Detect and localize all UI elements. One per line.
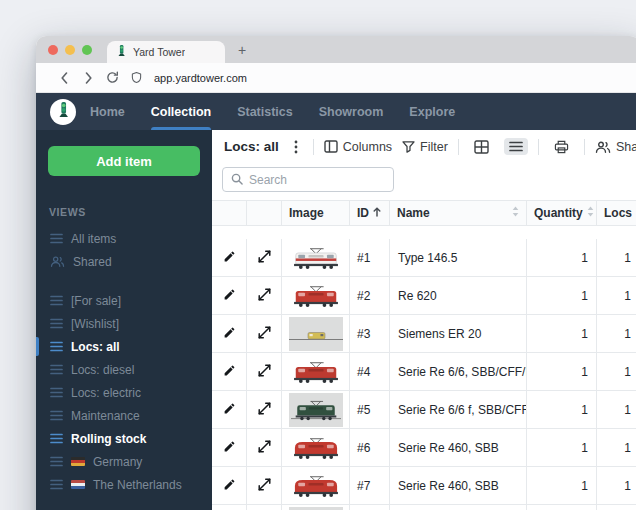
window-controls [48,45,92,55]
forward-button[interactable] [76,72,100,84]
sidebar-item-the-netherlands[interactable]: The Netherlands [36,473,212,496]
back-button[interactable] [52,72,76,84]
item-name: Serie Re 4/4II, SBB [390,505,527,510]
maximize-window-button[interactable] [82,45,92,55]
shield-icon[interactable] [124,71,148,84]
column-header-name[interactable]: Name [390,201,527,226]
expand-icon [258,402,271,418]
list-icon [50,318,63,329]
item-name: Serie Re 460, SBB [390,467,527,505]
pencil-icon [223,478,236,494]
edit-button[interactable] [212,239,247,277]
item-locs: 1 [597,467,636,505]
locomotive-thumbnail [289,279,343,313]
item-id: #1 [350,239,390,277]
browser-tab-bar: Yard Tower + [36,36,636,63]
share-button[interactable]: Share [595,140,636,154]
list-icon [50,341,63,352]
sidebar-item-maintenance[interactable]: Maintenance [36,404,212,427]
sidebar-item-locs-diesel[interactable]: Locs: diesel [36,358,212,381]
sidebar-item-locs-electric[interactable]: Locs: electric [36,381,212,404]
edit-button[interactable] [212,429,247,467]
list-icon [50,233,63,244]
item-image-cell [282,467,350,505]
edit-button[interactable] [212,505,247,510]
app-logo[interactable] [50,99,76,125]
item-id: #3 [350,315,390,353]
expand-icon [258,288,271,304]
url-text[interactable]: app.yardtower.com [154,72,247,84]
expand-button[interactable] [247,315,282,353]
nav-item-explore[interactable]: Explore [409,93,455,130]
sidebar-item-label: [Wishlist] [71,317,119,331]
sortable-icon [512,206,519,220]
edit-button[interactable] [212,353,247,391]
expand-button[interactable] [247,505,282,510]
sidebar-item-label: The Netherlands [93,478,182,492]
column-header-image[interactable]: Image [282,201,350,226]
filter-button[interactable]: Filter [402,140,448,154]
nav-item-collection[interactable]: Collection [151,93,211,130]
item-name: Serie Re 460, SBB [390,429,527,467]
column-header-edit [212,201,247,226]
add-item-button[interactable]: Add item [48,146,200,176]
item-id: #6 [350,429,390,467]
minimize-window-button[interactable] [65,45,75,55]
new-tab-button[interactable]: + [238,43,246,57]
nav-item-home[interactable]: Home [90,93,125,130]
sidebar-item-label: Germany [93,455,142,469]
item-image-cell [282,505,350,510]
views-section-label: VIEWS [49,206,212,218]
main-content: Locs: all Columns Filter [212,130,636,510]
item-quantity: 1 [527,315,597,353]
columns-button[interactable]: Columns [324,140,392,154]
item-name: Serie Re 6/6, SBB/CFF/FFS [390,353,527,391]
print-button[interactable] [549,137,574,157]
browser-tab[interactable]: Yard Tower [107,41,225,63]
expand-button[interactable] [247,467,282,505]
list-view-button[interactable] [504,138,528,155]
sidebar-item-label: Locs: all [71,340,120,354]
sidebar-item-wishlist[interactable]: [Wishlist] [36,312,212,335]
pencil-icon [223,250,236,266]
nav-item-showroom[interactable]: Showroom [319,93,384,130]
nav-item-statistics[interactable]: Statistics [237,93,293,130]
search-input[interactable] [249,173,385,187]
expand-button[interactable] [247,429,282,467]
expand-icon [258,478,271,494]
pencil-icon [223,326,236,342]
view-options-menu-button[interactable] [289,137,303,157]
close-window-button[interactable] [48,45,58,55]
sidebar-item-for-sale[interactable]: [For sale] [36,289,212,312]
sidebar: Add item VIEWS All itemsShared[For sale]… [36,130,212,510]
locomotive-thumbnail [289,241,343,275]
expand-button[interactable] [247,391,282,429]
sidebar-item-germany[interactable]: Germany [36,450,212,473]
grid-view-button[interactable] [469,137,494,157]
header-label: ID [357,206,369,220]
columns-label: Columns [343,140,392,154]
list-icon [50,456,63,467]
item-id: #2 [350,277,390,315]
item-image-cell [282,277,350,315]
column-header-quantity[interactable]: Quantity [527,201,597,226]
item-quantity: 1 [527,391,597,429]
sidebar-item-all-items[interactable]: All items [36,227,212,250]
expand-button[interactable] [247,353,282,391]
sidebar-item-locs-all[interactable]: Locs: all [36,335,212,358]
edit-button[interactable] [212,467,247,505]
column-header-locs[interactable]: Locs [597,201,636,226]
item-image-cell [282,315,350,353]
item-name: Serie Re 6/6 f, SBB/CFF/FFS [390,391,527,429]
sidebar-item-rolling-stock[interactable]: Rolling stock [36,427,212,450]
expand-button[interactable] [247,239,282,277]
column-header-id[interactable]: ID [350,201,390,226]
sidebar-item-shared[interactable]: Shared [36,250,212,273]
reload-button[interactable] [100,71,124,84]
expand-button[interactable] [247,277,282,315]
search-box[interactable] [222,167,394,192]
tab-title: Yard Tower [133,46,185,58]
edit-button[interactable] [212,277,247,315]
edit-button[interactable] [212,391,247,429]
edit-button[interactable] [212,315,247,353]
